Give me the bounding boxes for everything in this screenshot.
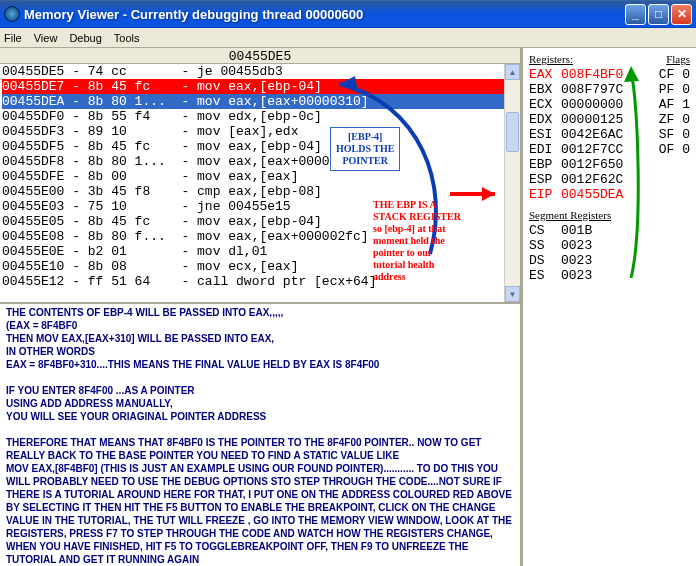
disasm-header: 00455DE5 (0, 48, 520, 64)
note-line: YOU WILL SEE YOUR ORIAGINAL POINTER ADDR… (6, 410, 514, 423)
register-row: EBX008F797CPF 0 (529, 82, 690, 97)
registers-pane: Registers: Flags EAX008F4BF0CF 0EBX008F7… (522, 48, 696, 566)
register-row: ECX00000000AF 1 (529, 97, 690, 112)
disassembly-pane[interactable]: 00455DE5 - 74 cc - je 00455db300455DE7 -… (0, 64, 520, 304)
register-row: ESI0042E6ACSF 0 (529, 127, 690, 142)
close-button[interactable]: ✕ (671, 4, 692, 25)
app-icon (4, 6, 20, 22)
disasm-row[interactable]: 00455DE7 - 8b 45 fc - mov eax,[ebp-04] (2, 79, 518, 94)
scroll-thumb[interactable] (506, 112, 519, 152)
note-line: IF YOU ENTER 8F4F00 ...AS A POINTER (6, 384, 514, 397)
overlay-ebp-explain: THE EBP IS A STACK REGISTER so [ebp-4] a… (373, 199, 493, 283)
disasm-row[interactable]: 00455DF0 - 8b 55 f4 - mov edx,[ebp-0c] (2, 109, 518, 124)
overlay-ebp4-box: [EBP-4] HOLDS THE POINTER (330, 127, 400, 171)
maximize-button[interactable]: □ (648, 4, 669, 25)
register-row: EDX00000125ZF 0 (529, 112, 690, 127)
segment-registers-header: Segment Registers (529, 208, 690, 223)
scroll-up-icon[interactable]: ▲ (505, 64, 520, 80)
segment-register-row: DS0023 (529, 253, 690, 268)
scroll-down-icon[interactable]: ▼ (505, 286, 520, 302)
minimize-button[interactable]: _ (625, 4, 646, 25)
menubar: File View Debug Tools (0, 28, 696, 48)
register-row: ESP0012F62C (529, 172, 690, 187)
register-row: EDI0012F7CCOF 0 (529, 142, 690, 157)
menu-tools[interactable]: Tools (114, 32, 140, 44)
titlebar[interactable]: Memory Viewer - Currently debugging thre… (0, 0, 696, 28)
disasm-row[interactable]: 00455DF5 - 8b 45 fc - mov eax,[ebp-04] (2, 139, 518, 154)
note-line: MOV EAX,[8F4BF0] (THIS IS JUST AN EXAMPL… (6, 462, 514, 566)
register-row: EBP0012F650 (529, 157, 690, 172)
notes-pane[interactable]: THE CONTENTS OF EBP-4 WILL BE PASSED INT… (0, 304, 520, 566)
disasm-row[interactable]: 00455DEA - 8b 80 1... - mov eax,[eax+000… (2, 94, 518, 109)
registers-header: Registers: (529, 52, 666, 67)
note-line: EAX = 8F4BF0+310....THIS MEANS THE FINAL… (6, 358, 514, 371)
note-line: IN OTHER WORDS (6, 345, 514, 358)
note-line: THEREFORE THAT MEANS THAT 8F4BF0 IS THE … (6, 436, 514, 462)
disasm-row[interactable]: 00455DFE - 8b 00 - mov eax,[eax] (2, 169, 518, 184)
segment-register-row: ES0023 (529, 268, 690, 283)
note-line: THEN MOV EAX,[EAX+310] WILL BE PASSED IN… (6, 332, 514, 345)
register-row: EIP00455DEA (529, 187, 690, 202)
scrollbar[interactable]: ▲ ▼ (504, 64, 520, 302)
segment-register-row: CS001B (529, 223, 690, 238)
note-line: (EAX = 8F4BF0 (6, 319, 514, 332)
register-row: EAX008F4BF0CF 0 (529, 67, 690, 82)
note-line: USING ADD ADDRESS MANUALLY, (6, 397, 514, 410)
segment-register-row: SS0023 (529, 238, 690, 253)
disasm-row[interactable]: 00455DE5 - 74 cc - je 00455db3 (2, 64, 518, 79)
disasm-row[interactable]: 00455DF3 - 89 10 - mov [eax],edx (2, 124, 518, 139)
menu-file[interactable]: File (4, 32, 22, 44)
menu-debug[interactable]: Debug (69, 32, 101, 44)
disasm-row[interactable]: 00455DF8 - 8b 80 1... - mov eax,[eax+000… (2, 154, 518, 169)
note-line: THE CONTENTS OF EBP-4 WILL BE PASSED INT… (6, 306, 514, 319)
menu-view[interactable]: View (34, 32, 58, 44)
flags-header: Flags (666, 52, 690, 67)
disasm-row[interactable]: 00455E00 - 3b 45 f8 - cmp eax,[ebp-08] (2, 184, 518, 199)
window-title: Memory Viewer - Currently debugging thre… (24, 7, 625, 22)
